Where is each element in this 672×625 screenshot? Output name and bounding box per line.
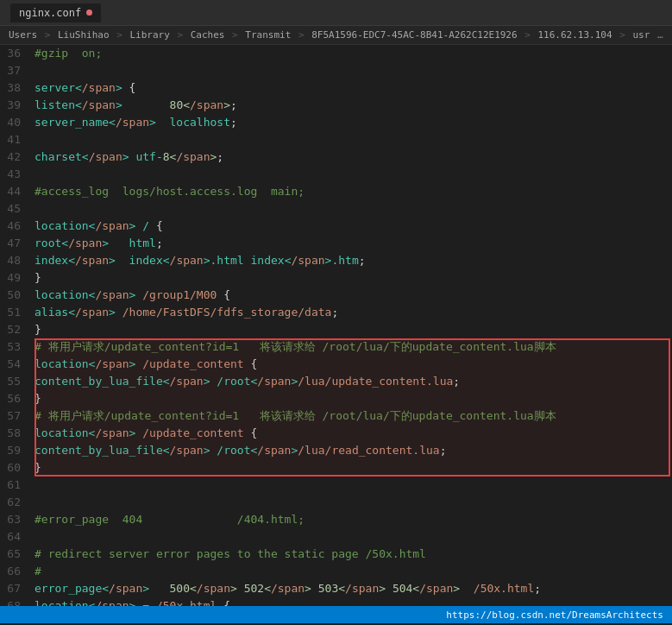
- code-line: location</span> /update_content {: [35, 356, 672, 373]
- code-line: }: [35, 459, 672, 477]
- status-url: https://blog.csdn.net/DreamsArchitects: [446, 609, 663, 621]
- code-line: location</span> /update_content {: [35, 425, 672, 442]
- code-line: [35, 477, 672, 494]
- code-line: error_page</span> 500</span> 502</span> …: [35, 580, 672, 597]
- code-line: [35, 528, 672, 546]
- code-line: # redirect server error pages to the sta…: [35, 546, 672, 563]
- file-tab[interactable]: nginx.conf: [10, 3, 101, 22]
- code-line: location</span> /group1/M00 {: [35, 287, 672, 304]
- code-line: [35, 200, 672, 218]
- breadcrumb: Users > LiuShihao > Library > Caches > T…: [0, 26, 672, 45]
- line-numbers: 3637383940414243444546474849505152535455…: [0, 45, 31, 606]
- code-line: alias</span> /home/FastDFS/fdfs_storage/…: [35, 304, 672, 321]
- modified-dot: [86, 9, 92, 16]
- code-area[interactable]: #gzip on; server</span> { listen</span> …: [31, 45, 672, 606]
- title-bar: nginx.conf: [0, 0, 672, 26]
- code-line: root</span> html;: [35, 235, 672, 252]
- code-line: #error_page 404 /404.html;: [35, 511, 672, 528]
- code-line: server</span> {: [35, 79, 672, 97]
- code-line: [35, 131, 672, 148]
- code-line: [35, 166, 672, 183]
- code-line: location</span> = /50x.html {: [35, 597, 672, 606]
- code-line: #gzip on;: [35, 45, 672, 62]
- code-line: #access_log logs/host.access.log main;: [35, 183, 672, 200]
- code-line: }: [35, 269, 672, 287]
- code-line: index</span> index</span>.html index</sp…: [35, 252, 672, 269]
- code-line: location</span> / {: [35, 218, 672, 235]
- editor: 3637383940414243444546474849505152535455…: [0, 45, 672, 606]
- code-line: [35, 494, 672, 511]
- code-line: # 将用户请求/update_content?id=1 将该请求给 /root/…: [35, 338, 672, 356]
- code-line: listen</span> 80</span>;: [35, 97, 672, 114]
- code-line: charset</span> utf-8</span>;: [35, 148, 672, 166]
- code-line: content_by_lua_file</span> /root</span>/…: [35, 373, 672, 390]
- code-line: [35, 62, 672, 79]
- code-line: # 将用户请求/update_content?id=1 将该请求给 /root/…: [35, 407, 672, 425]
- code-line: #: [35, 563, 672, 580]
- code-line: }: [35, 321, 672, 338]
- status-bar: https://blog.csdn.net/DreamsArchitects: [0, 606, 672, 623]
- file-tab-label: nginx.conf: [19, 7, 81, 19]
- code-line: content_by_lua_file</span> /root</span>/…: [35, 442, 672, 459]
- code-line: server_name</span> localhost;: [35, 114, 672, 131]
- lines-wrapper: #gzip on; server</span> { listen</span> …: [35, 45, 672, 606]
- code-line: }: [35, 390, 672, 407]
